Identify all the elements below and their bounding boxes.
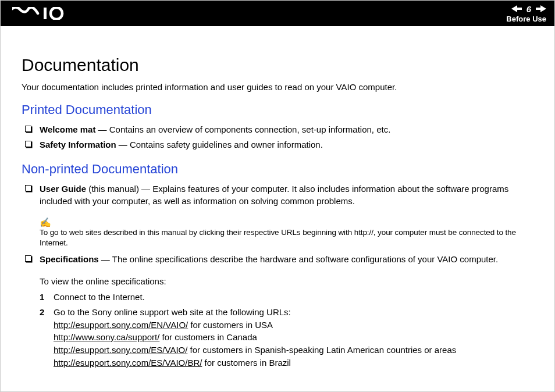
bullet-icon [25,255,31,262]
list-item: Welcome mat — Contains an overview of co… [22,123,533,136]
printed-list: Welcome mat — Contains an overview of co… [22,123,533,151]
page-title: Documentation [22,55,533,75]
next-page-arrow[interactable] [536,5,546,14]
note-icon: ✍ [40,218,533,227]
bullet-icon [25,185,31,191]
step-item: 1 Connect to the Internet. [40,291,533,304]
note-text: To go to web sites described in this man… [40,227,533,248]
list-item: Specifications — The online specificatio… [22,253,533,266]
section-label: Before Use [506,15,546,23]
spec-subtext: To view the online specifications: [40,276,533,286]
spec-list: Specifications — The online specificatio… [22,253,533,266]
bullet-icon [25,126,31,132]
vaio-logo [12,7,76,20]
svg-rect-0 [44,8,47,19]
support-link-canada[interactable]: http://www.sony.ca/support/ [54,332,159,342]
note-block: ✍ To go to web sites described in this m… [40,218,533,248]
support-link-latam[interactable]: http://esupport.sony.com/ES/VAIO/ [54,345,187,355]
support-link-usa[interactable]: http://esupport.sony.com/EN/VAIO/ [54,320,188,330]
bullet-icon [25,141,31,147]
nonprinted-heading: Non-printed Documentation [22,162,533,177]
intro-text: Your documentation includes printed info… [22,82,533,92]
prev-page-arrow[interactable] [511,5,522,14]
list-item: User Guide (this manual) — Explains feat… [22,183,533,208]
page-content: Documentation Your documentation include… [1,26,554,383]
list-item: Safety Information — Contains safety gui… [22,138,533,151]
page-number: 6 [525,5,532,13]
header-bar: 6 Before Use [1,1,554,26]
steps-list: 1 Connect to the Internet. 2 Go to the S… [40,291,533,369]
svg-point-1 [51,8,62,19]
support-link-brazil[interactable]: http://esupport.sony.com/ES/VAIO/BR/ [54,358,202,368]
nonprinted-list: User Guide (this manual) — Explains feat… [22,183,533,208]
step-item: 2 Go to the Sony online support web site… [40,306,533,369]
svg-marker-3 [536,5,546,12]
svg-marker-2 [511,5,522,12]
printed-heading: Printed Documentation [22,102,533,117]
